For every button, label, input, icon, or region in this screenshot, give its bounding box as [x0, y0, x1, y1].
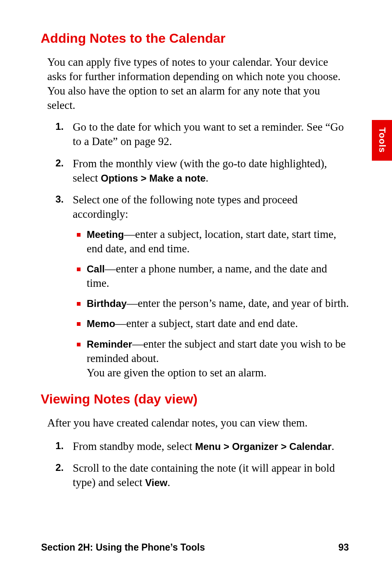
bullet-icon — [77, 343, 81, 346]
step-number: 2. — [55, 157, 64, 169]
bullet-item: Meeting—enter a subject, location, start… — [73, 227, 349, 256]
step-item: 1. From standby mode, select Menu > Orga… — [47, 439, 349, 454]
bullet-icon — [77, 267, 81, 271]
bullet-bold: Reminder — [87, 339, 132, 350]
side-tab: Tools — [372, 120, 392, 161]
bullet-icon — [77, 302, 81, 306]
footer-page-number: 93 — [338, 542, 349, 553]
bullet-item: Reminder—enter the subject and start dat… — [73, 337, 349, 380]
intro-text-2: After you have created calendar notes, y… — [47, 416, 349, 430]
intro-text: You can apply five types of notes to you… — [47, 55, 349, 113]
step-text: Go to the date for which you want to set… — [73, 121, 344, 148]
step-item: 2. From the monthly view (with the go-to… — [47, 157, 349, 185]
step-text: Select one of the following note types a… — [73, 194, 297, 220]
bullet-bold: Birthday — [87, 298, 127, 309]
bullet-text: —enter a phone number, a name, and the d… — [87, 263, 327, 289]
step-suffix: . — [167, 476, 170, 489]
bullet-extra: You are given the option to set an alarm… — [87, 367, 266, 379]
step-text: From standby mode, select Menu > Organiz… — [73, 440, 334, 452]
page-footer: Section 2H: Using the Phone’s Tools 93 — [41, 542, 349, 553]
step-number: 2. — [55, 461, 64, 474]
step-prefix: Scroll to the date containing the note (… — [73, 462, 335, 489]
bullet-text: —enter a subject, location, start date, … — [87, 228, 336, 255]
bullet-text: —enter a subject, start date and end dat… — [115, 317, 298, 330]
step-text: From the monthly view (with the go-to da… — [73, 157, 327, 184]
step-number: 1. — [55, 439, 64, 452]
bullet-item: Birthday—enter the person’s name, date, … — [73, 296, 349, 311]
bullet-icon — [77, 322, 81, 326]
bullet-bold: Call — [87, 263, 105, 274]
bullet-icon — [77, 233, 81, 237]
heading-adding-notes: Adding Notes to the Calendar — [41, 31, 349, 46]
side-tab-label: Tools — [377, 127, 387, 153]
bullet-bold: Memo — [87, 318, 115, 329]
bullet-text: —enter the person’s name, date, and year… — [127, 297, 349, 309]
step-item: 1. Go to the date for which you want to … — [47, 120, 349, 149]
step-bold: View — [145, 477, 167, 488]
step-text: Scroll to the date containing the note (… — [73, 462, 335, 489]
footer-section: Section 2H: Using the Phone’s Tools — [41, 542, 205, 553]
step-number: 3. — [55, 193, 64, 205]
step-item: 2. Scroll to the date containing the not… — [47, 461, 349, 490]
bullet-bold: Meeting — [87, 229, 124, 240]
bullet-item: Memo—enter a subject, start date and end… — [73, 316, 349, 331]
steps-list-2: 1. From standby mode, select Menu > Orga… — [47, 439, 349, 490]
section-viewing-notes: Viewing Notes (day view) After you have … — [43, 392, 349, 490]
bullet-list: Meeting—enter a subject, location, start… — [73, 227, 349, 380]
heading-viewing-notes: Viewing Notes (day view) — [41, 392, 349, 407]
step-bold: Menu > Organizer > Calendar — [195, 441, 332, 452]
step-suffix: . — [332, 440, 334, 452]
step-suffix: . — [206, 172, 209, 184]
step-bold: Options > Make a note — [101, 173, 205, 184]
page-body: Adding Notes to the Calendar You can app… — [0, 0, 392, 490]
bullet-item: Call—enter a phone number, a name, and t… — [73, 262, 349, 291]
step-number: 1. — [55, 120, 64, 133]
step-prefix: From standby mode, select — [73, 440, 195, 452]
step-item: 3. Select one of the following note type… — [47, 193, 349, 380]
steps-list-1: 1. Go to the date for which you want to … — [47, 120, 349, 380]
